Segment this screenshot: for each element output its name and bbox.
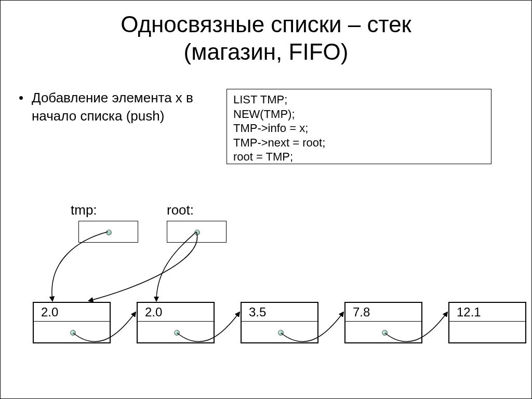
node-2-ptr-dot <box>278 330 284 336</box>
node-4: 12.1 <box>448 302 526 343</box>
bullet-push-description: Добавление элемента x в начало списка (p… <box>32 89 208 125</box>
node-2-value: 3.5 <box>242 303 317 322</box>
slide: Односвязные списки – стек (магазин, FIFO… <box>0 0 532 399</box>
title-line-2: (магазин, FIFO) <box>184 39 349 64</box>
node-0-value: 2.0 <box>34 303 110 322</box>
node-2: 3.5 <box>241 302 318 343</box>
node-1-ptr-dot <box>174 330 180 336</box>
node-4-value: 12.1 <box>449 303 525 322</box>
ptr-box-root <box>167 221 227 243</box>
node-0: 2.0 <box>33 302 111 343</box>
node-3-value: 7.8 <box>345 303 421 322</box>
node-1: 2.0 <box>137 302 215 343</box>
code-box: LIST TMP; NEW(TMP); TMP->info = x; TMP->… <box>227 89 491 164</box>
label-tmp: tmp: <box>71 202 97 218</box>
dot-root <box>194 230 200 235</box>
node-0-ptr-dot <box>70 330 76 336</box>
node-3: 7.8 <box>344 302 422 343</box>
label-root: root: <box>167 202 194 218</box>
dot-tmp <box>106 230 112 235</box>
slide-title: Односвязные списки – стек (магазин, FIFO… <box>1 1 531 66</box>
node-1-value: 2.0 <box>138 303 214 322</box>
ptr-box-tmp <box>78 221 138 243</box>
node-3-ptr-dot <box>382 330 388 336</box>
title-line-1: Односвязные списки – стек <box>121 11 411 37</box>
